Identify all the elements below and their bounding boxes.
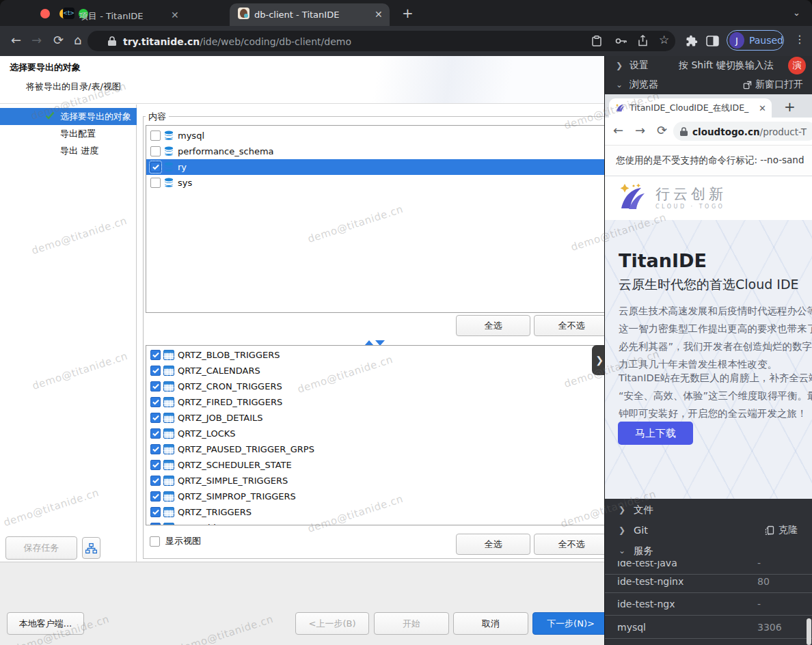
checkbox[interactable] — [150, 428, 161, 439]
tab-search-chevron-icon[interactable]: ⌄ — [793, 8, 800, 18]
table-list[interactable]: QRTZ_BLOB_TRIGGERSQRTZ_CALENDARSQRTZ_CRO… — [146, 345, 604, 525]
database-icon — [163, 146, 174, 157]
checkbox[interactable] — [150, 460, 161, 470]
scrollbar-thumb[interactable] — [807, 618, 811, 645]
chevron-down-icon: ⌄ — [614, 80, 624, 90]
list-item-ry[interactable]: ry — [146, 159, 604, 175]
checkbox[interactable] — [150, 413, 161, 423]
checkbox[interactable] — [150, 350, 161, 360]
home-icon[interactable]: ⌂ — [74, 34, 81, 46]
side-panel-icon[interactable] — [706, 36, 719, 46]
checkbox[interactable] — [150, 476, 161, 486]
select-none-tables-button[interactable]: 全不选 — [534, 534, 604, 555]
checkbox[interactable] — [150, 536, 160, 547]
checkbox[interactable] — [150, 507, 161, 517]
section-services[interactable]: ⌄ 服务 — [605, 540, 812, 561]
checkbox[interactable] — [150, 444, 161, 454]
checkbox[interactable] — [150, 178, 161, 188]
new-tab-button[interactable]: + — [402, 5, 414, 21]
checkbox[interactable] — [150, 162, 161, 172]
extensions-puzzle-icon[interactable] — [686, 35, 698, 47]
list-item-QRTZ_SCHEDULER_STATE[interactable]: QRTZ_SCHEDULER_STATE — [146, 457, 604, 473]
open-new-window-button[interactable]: 新窗口打开 — [743, 79, 803, 91]
list-item-QRTZ_CALENDARS[interactable]: QRTZ_CALENDARS — [146, 363, 604, 379]
next-step-button[interactable]: 下一步(N)> — [532, 612, 604, 635]
checkbox[interactable] — [150, 381, 161, 392]
menu-kebab-icon[interactable]: ⋮ — [794, 33, 805, 46]
checkbox[interactable] — [150, 491, 161, 502]
list-item-QRTZ_JOB_DETAILS[interactable]: QRTZ_JOB_DETAILS — [146, 410, 604, 426]
ime-hint: 按 Shift 键切换输入法 — [679, 59, 774, 72]
download-button[interactable]: 马上下载 — [618, 422, 693, 445]
cancel-button[interactable]: 取消 — [453, 612, 528, 635]
demo-badge[interactable]: 演 — [788, 57, 806, 74]
list-item-QRTZ_TRIGGERS[interactable]: QRTZ_TRIGGERS — [146, 504, 604, 520]
tab-project[interactable]: <t> 项目 - TitanIDE ✕ — [57, 3, 191, 26]
preview-new-tab-button[interactable]: + — [784, 98, 796, 115]
list-item-performance_schema[interactable]: performance_schema — [146, 143, 604, 159]
checkbox[interactable] — [150, 523, 161, 525]
back-step-button[interactable]: <上一步(B) — [295, 612, 369, 635]
bookmark-star-icon[interactable]: ☆ — [659, 33, 669, 46]
traffic-light-close[interactable] — [40, 9, 50, 18]
preview-forward-icon[interactable]: → — [635, 124, 645, 137]
settings-section[interactable]: ❯ 设置 按 Shift 键切换输入法 演 — [605, 56, 812, 75]
omnibox[interactable]: try.titanide.cn/ide/web/coding/db-client… — [87, 31, 675, 51]
table-icon — [163, 460, 174, 470]
save-task-button[interactable]: 保存任务 — [5, 536, 77, 560]
tab-db-client[interactable]: db-client - TitanIDE ✕ — [230, 3, 390, 26]
section-files[interactable]: ❯ 文件 — [605, 499, 812, 520]
checkbox[interactable] — [150, 366, 161, 376]
wizard-footer: 本地客户端... <上一步(B) 开始 取消 下一步(N)> — [0, 562, 604, 645]
git-clone-button[interactable]: 克隆 — [765, 524, 798, 536]
service-row-ide-test-ngx[interactable]: ide-test-ngx- — [605, 593, 812, 616]
clipboard-icon[interactable] — [592, 36, 601, 46]
service-row-ide-test-nginx[interactable]: ide-test-nginx80 — [605, 571, 812, 593]
browser-section[interactable]: ⌄ 浏览器 新窗口打开 — [605, 75, 812, 94]
service-row-mysql[interactable]: mysql3306 — [605, 616, 812, 639]
list-item-QRTZ_LOCKS[interactable]: QRTZ_LOCKS — [146, 426, 604, 441]
back-icon[interactable]: ← — [11, 34, 21, 46]
tab-title: 项目 - TitanIDE — [79, 10, 143, 23]
key-icon[interactable] — [615, 37, 627, 45]
tab-close-icon[interactable]: ✕ — [375, 10, 383, 19]
expand-panel-handle[interactable]: ❯ — [592, 345, 604, 375]
section-label: Git — [634, 525, 648, 536]
wizard-step[interactable]: 选择要导出的对象 — [0, 108, 137, 125]
splitter-handle[interactable] — [364, 335, 392, 342]
list-item-QRTZ_CRON_TRIGGERS[interactable]: QRTZ_CRON_TRIGGERS — [146, 379, 604, 394]
reload-icon[interactable]: ⟳ — [53, 34, 64, 46]
local-client-button[interactable]: 本地客户端... — [7, 612, 84, 635]
section-git[interactable]: ❯ Git 克隆 — [605, 520, 812, 540]
preview-omnibox[interactable]: cloudtogo.cn/product-T — [673, 122, 812, 141]
schema-list[interactable]: mysqlperformance_schemarysys — [146, 125, 604, 313]
select-all-tables-button[interactable]: 全选 — [456, 534, 530, 555]
wizard-step[interactable]: 导出 进度 — [0, 142, 137, 159]
checkbox[interactable] — [150, 131, 161, 141]
show-views-checkbox[interactable]: 显示视图 — [150, 535, 201, 547]
select-none-schemas-button[interactable]: 全不选 — [534, 315, 604, 336]
preview-tab[interactable]: TitanIDE_CloudIDE_在线IDE_ ✕ — [609, 98, 772, 118]
list-item-sys[interactable]: sys — [146, 175, 604, 191]
checkbox[interactable] — [150, 397, 161, 407]
list-item-gen_table[interactable]: gen_table — [146, 520, 604, 525]
task-diagram-button[interactable] — [82, 537, 100, 559]
preview-back-icon[interactable]: ← — [613, 124, 623, 137]
table-icon — [163, 381, 174, 392]
list-item-QRTZ_SIMPLE_TRIGGERS[interactable]: QRTZ_SIMPLE_TRIGGERS — [146, 473, 604, 489]
tab-close-icon[interactable]: ✕ — [171, 10, 179, 20]
forward-icon[interactable]: → — [31, 34, 42, 46]
checkbox[interactable] — [150, 146, 161, 156]
list-item-QRTZ_BLOB_TRIGGERS[interactable]: QRTZ_BLOB_TRIGGERS — [146, 347, 604, 363]
preview-tab-close-icon[interactable]: ✕ — [759, 103, 766, 113]
list-item-QRTZ_SIMPROP_TRIGGERS[interactable]: QRTZ_SIMPROP_TRIGGERS — [146, 489, 604, 504]
list-item-QRTZ_PAUSED_TRIGGER_GRPS[interactable]: QRTZ_PAUSED_TRIGGER_GRPS — [146, 441, 604, 457]
share-icon[interactable] — [638, 35, 647, 46]
start-button[interactable]: 开始 — [374, 612, 449, 635]
select-all-schemas-button[interactable]: 全选 — [456, 315, 530, 336]
list-item-mysql[interactable]: mysql — [146, 128, 604, 143]
list-item-QRTZ_FIRED_TRIGGERS[interactable]: QRTZ_FIRED_TRIGGERS — [146, 394, 604, 410]
profile-button[interactable]: J Paused — [727, 30, 784, 51]
preview-reload-icon[interactable]: ⟳ — [657, 124, 667, 137]
wizard-step[interactable]: 导出配置 — [0, 125, 137, 142]
